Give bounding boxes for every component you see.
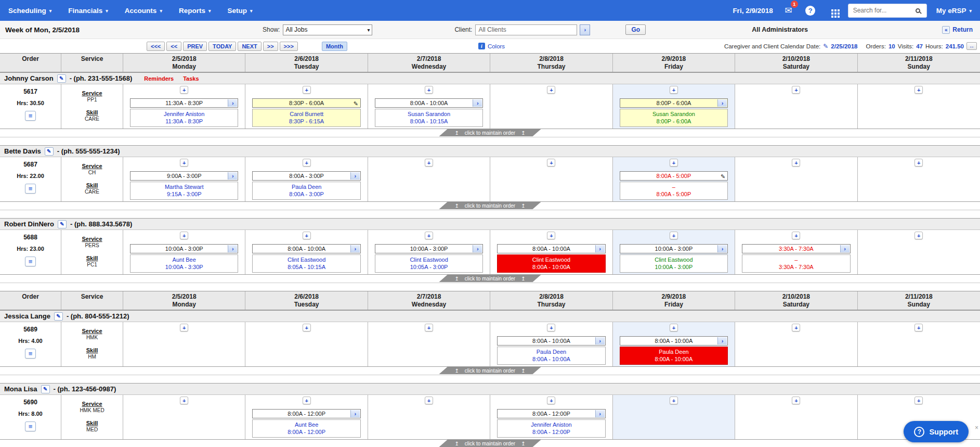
shift-time-box[interactable]: 8:00A - 3:00P› — [252, 171, 360, 181]
show-select[interactable]: All Jobs ▾ — [283, 24, 372, 35]
edit-client-button[interactable]: ✎ — [45, 147, 54, 156]
shift-detail-arrow-button[interactable]: › — [717, 245, 727, 252]
add-shift-button[interactable]: + — [792, 159, 800, 167]
shift-time-box[interactable]: 3:30A - 7:30A› — [742, 244, 850, 253]
paging-button-5[interactable]: >> — [263, 42, 278, 51]
shift-caregiver-box[interactable]: Clint Eastwood10:00A - 3:00P — [620, 254, 728, 273]
add-shift-button[interactable]: + — [792, 324, 800, 331]
add-shift-button[interactable]: + — [303, 397, 311, 404]
paging-button-6[interactable]: >>> — [280, 42, 298, 51]
shift-time-box[interactable]: 8:00A - 10:00A› — [620, 336, 728, 346]
shift-detail-arrow-button[interactable]: › — [595, 410, 605, 417]
add-shift-button[interactable]: + — [670, 232, 678, 239]
shift-time-box[interactable]: 8:00A - 10:00A› — [375, 98, 483, 108]
nav-menu-financials[interactable]: Financials▾ — [68, 7, 108, 15]
my-ersp-menu[interactable]: My eRSP ▾ — [936, 7, 972, 15]
add-shift-button[interactable]: + — [914, 324, 923, 331]
nav-menu-accounts[interactable]: Accounts▾ — [125, 7, 162, 15]
help-button[interactable]: ? — [804, 4, 817, 17]
shift-caregiver-box[interactable]: Aunt Bee8:00A - 12:00P — [252, 419, 360, 438]
order-menu-button[interactable]: ≡ — [25, 257, 36, 266]
shift-detail-arrow-button[interactable]: › — [228, 99, 237, 107]
shift-caregiver-box[interactable]: Jennifer Aniston8:00A - 12:00P — [497, 419, 605, 438]
add-shift-button[interactable]: + — [180, 159, 188, 167]
add-shift-button[interactable]: + — [914, 159, 923, 167]
add-shift-button[interactable]: + — [303, 86, 311, 94]
shift-time-box[interactable]: 10:00A - 3:00P› — [620, 244, 728, 253]
add-shift-button[interactable]: + — [425, 232, 433, 239]
client-link-reminders[interactable]: Reminders — [144, 75, 174, 82]
add-shift-button[interactable]: + — [792, 397, 800, 404]
shift-time-box[interactable]: 8:00A - 12:00P› — [252, 409, 360, 418]
shift-detail-arrow-button[interactable]: › — [840, 245, 850, 252]
return-link[interactable]: « Return — [942, 26, 973, 34]
shift-caregiver-box[interactable]: Jennifer Aniston11:30A - 8:30P — [130, 109, 238, 127]
shift-caregiver-box[interactable]: Carol Burnett8:30P - 6:15A — [252, 109, 360, 127]
shift-edit-pencil-icon[interactable]: ✎ — [721, 172, 725, 181]
client-link-tasks[interactable]: Tasks — [183, 75, 199, 82]
add-shift-button[interactable]: + — [180, 86, 188, 94]
shift-caregiver-box[interactable]: –8:00A - 5:00P — [620, 182, 728, 200]
add-shift-button[interactable]: + — [547, 159, 555, 167]
add-shift-button[interactable]: + — [425, 159, 433, 167]
add-shift-button[interactable]: + — [303, 324, 311, 331]
client-input[interactable]: All Clients — [475, 24, 577, 35]
shift-caregiver-box[interactable]: Paula Deen8:00A - 10:00A — [497, 347, 605, 365]
edit-client-button[interactable]: ✎ — [58, 220, 67, 228]
add-shift-button[interactable]: + — [547, 397, 555, 404]
add-shift-button[interactable]: + — [914, 86, 923, 94]
order-menu-button[interactable]: ≡ — [25, 422, 36, 431]
shift-detail-arrow-button[interactable]: › — [473, 99, 482, 107]
month-view-button[interactable]: Month — [322, 42, 347, 51]
maintain-order-button[interactable]: ↥click to maintain order↥ — [439, 275, 541, 282]
shift-detail-arrow-button[interactable]: › — [350, 245, 360, 252]
shift-time-box[interactable]: 8:00A - 10:00A› — [252, 244, 360, 253]
apps-grid-button[interactable] — [826, 4, 839, 17]
maintain-order-button[interactable]: ↥click to maintain order↥ — [439, 367, 541, 374]
shift-detail-arrow-button[interactable]: › — [350, 172, 360, 180]
add-shift-button[interactable]: + — [180, 232, 188, 239]
add-shift-button[interactable]: + — [670, 324, 678, 331]
paging-button-3[interactable]: TODAY — [208, 42, 236, 51]
add-shift-button[interactable]: + — [547, 324, 555, 331]
close-icon[interactable]: × — [975, 424, 978, 431]
shift-detail-arrow-button[interactable]: › — [717, 99, 727, 107]
shift-detail-arrow-button[interactable]: › — [595, 337, 605, 344]
add-shift-button[interactable]: + — [425, 86, 433, 94]
go-button[interactable]: Go — [625, 24, 646, 35]
order-menu-button[interactable]: ≡ — [25, 184, 36, 194]
shift-time-box[interactable]: 8:00A - 10:00A› — [497, 244, 605, 253]
shift-detail-arrow-button[interactable]: › — [350, 410, 360, 417]
shift-detail-arrow-button[interactable]: › — [228, 245, 237, 252]
shift-time-box[interactable]: 9:00A - 3:00P› — [130, 171, 238, 181]
shift-caregiver-box[interactable]: Susan Sarandon8:00P - 6:00A — [620, 109, 728, 127]
add-shift-button[interactable]: + — [303, 232, 311, 239]
edit-client-button[interactable]: ✎ — [54, 312, 63, 321]
colors-link[interactable]: Colors — [488, 43, 505, 49]
add-shift-button[interactable]: + — [180, 324, 188, 331]
search-input[interactable] — [848, 7, 910, 14]
add-shift-button[interactable]: + — [547, 232, 555, 239]
support-button[interactable]: ? Support — [904, 421, 969, 442]
add-shift-button[interactable]: + — [914, 397, 923, 404]
search-button[interactable] — [910, 4, 926, 17]
add-shift-button[interactable]: + — [670, 397, 678, 404]
pencil-icon[interactable]: ✎ — [823, 43, 828, 50]
shift-caregiver-box[interactable]: Paula Deen8:00A - 3:00P — [252, 182, 360, 200]
shift-time-box[interactable]: 10:00A - 3:00P› — [130, 244, 238, 253]
add-shift-button[interactable]: + — [547, 86, 555, 94]
shift-time-box[interactable]: 8:00P - 6:00A› — [620, 98, 728, 108]
order-menu-button[interactable]: ≡ — [25, 111, 36, 121]
paging-button-0[interactable]: <<< — [147, 42, 165, 51]
shift-caregiver-box[interactable]: Martha Stewart9:15A - 3:00P — [130, 182, 238, 200]
shift-time-box[interactable]: 11:30A - 8:30P› — [130, 98, 238, 108]
add-shift-button[interactable]: + — [792, 232, 800, 239]
paging-button-1[interactable]: << — [166, 42, 181, 51]
shift-caregiver-box[interactable]: Clint Eastwood8:00A - 10:00A — [497, 254, 605, 273]
shift-caregiver-box[interactable]: Paula Deen8:00A - 10:00A — [620, 347, 728, 365]
add-shift-button[interactable]: + — [670, 159, 678, 167]
shift-time-box[interactable]: 8:30P - 6:00A✎ — [252, 98, 360, 108]
resize-button[interactable]: ↔ — [966, 42, 977, 50]
paging-button-2[interactable]: PREV — [183, 42, 207, 51]
shift-caregiver-box[interactable]: Clint Eastwood8:05A - 10:15A — [252, 254, 360, 273]
